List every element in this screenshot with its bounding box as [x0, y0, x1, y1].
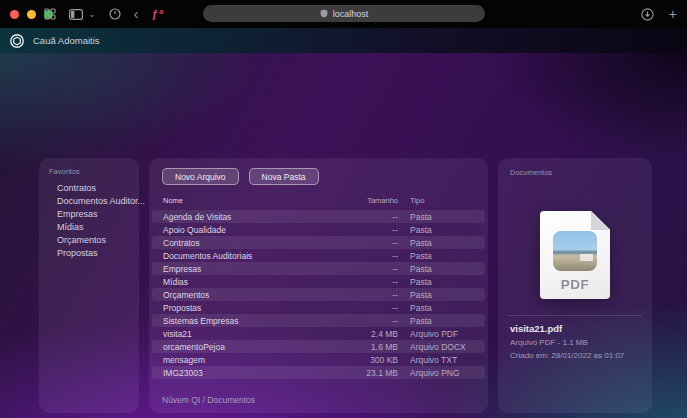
file-type: Arquivo TXT	[410, 355, 474, 365]
file-size: 23.1 MB	[340, 368, 398, 378]
sidebar-item[interactable]: Contratos	[49, 182, 129, 195]
chevron-down-icon[interactable]: ⌄	[88, 9, 96, 19]
file-size: 1.6 MB	[340, 342, 398, 352]
file-name: visita21	[163, 329, 328, 339]
back-icon[interactable]: ‹	[134, 6, 139, 21]
file-name: Propostas	[163, 303, 328, 313]
preview-title: Documentos	[510, 168, 640, 177]
file-size: --	[340, 277, 398, 287]
col-name: Nome	[163, 196, 328, 205]
file-name: mensagem	[163, 355, 328, 365]
browser-chrome: ⌄ ‹ ƒª localhost +	[0, 0, 687, 28]
preview-panel: Documentos PDF visita21.pdf Arquivo PDF …	[498, 158, 652, 413]
file-size: --	[340, 264, 398, 274]
sidebar-item[interactable]: Empresas	[49, 208, 129, 221]
file-size: --	[340, 225, 398, 235]
table-row[interactable]: Mídias -- Pasta	[152, 275, 485, 288]
user-name: Cauã Adomaitis	[33, 35, 100, 46]
col-size: Tamanho	[340, 196, 398, 205]
table-row[interactable]: Apoio Qualidade -- Pasta	[152, 223, 485, 236]
table-row[interactable]: Contratos -- Pasta	[152, 236, 485, 249]
file-type: Pasta	[410, 251, 474, 261]
preview-created-date: Criado em: 28/01/2022 as 01:07	[510, 351, 640, 360]
sidebar-item[interactable]: Documentos Auditor...	[49, 195, 129, 208]
file-type: Pasta	[410, 277, 474, 287]
col-type: Tipo	[410, 196, 474, 205]
file-type: Arquivo PDF	[410, 329, 474, 339]
sidebar-item[interactable]: Propostas	[49, 247, 129, 260]
table-row[interactable]: mensagem 300 KB Arquivo TXT	[152, 353, 485, 366]
file-size: --	[340, 212, 398, 222]
table-row[interactable]: Orçamentos -- Pasta	[152, 288, 485, 301]
app-header: Cauã Adomaitis	[0, 28, 687, 53]
table-row[interactable]: Agenda de Visitas -- Pasta	[152, 210, 485, 223]
file-type: Pasta	[410, 238, 474, 248]
page-background: Favoritos ContratosDocumentos Auditor...…	[0, 53, 687, 418]
new-file-button[interactable]: Novo Arquivo	[162, 168, 239, 185]
file-type: Pasta	[410, 316, 474, 326]
file-type: Pasta	[410, 264, 474, 274]
site-shield-icon	[320, 9, 328, 18]
file-browser-panel: Novo Arquivo Nova Pasta Nome Tamanho Tip…	[149, 158, 488, 413]
file-size: --	[340, 290, 398, 300]
file-size: --	[340, 316, 398, 326]
file-name: Orçamentos	[163, 290, 328, 300]
file-name: Documentos Auditoriais	[163, 251, 328, 261]
file-size: --	[340, 238, 398, 248]
file-table: Agenda de Visitas -- Pasta Apoio Qualida…	[152, 210, 485, 379]
file-type: Arquivo PNG	[410, 368, 474, 378]
sidebar-item[interactable]: Mídias	[49, 221, 129, 234]
app-window: ⌄ ‹ ƒª localhost + Cauã Adomaitis	[0, 0, 687, 418]
toolbar: Novo Arquivo Nova Pasta	[162, 168, 475, 185]
preview-file-name: visita21.pdf	[510, 323, 640, 334]
file-name: IMG23003	[163, 368, 328, 378]
divider	[508, 315, 642, 316]
file-name: Mídias	[163, 277, 328, 287]
file-name: Agenda de Visitas	[163, 212, 328, 222]
file-name: Sistemas Empresas	[163, 316, 328, 326]
new-tab-icon[interactable]: +	[669, 7, 677, 21]
table-row[interactable]: orcamentoPejoa 1.6 MB Arquivo DOCX	[152, 340, 485, 353]
file-size: --	[340, 251, 398, 261]
breadcrumb: Núvem QI / Documentos	[162, 395, 255, 405]
file-name: Apoio Qualidade	[163, 225, 328, 235]
file-size: 300 KB	[340, 355, 398, 365]
favorites-list: ContratosDocumentos Auditor...EmpresasMí…	[49, 182, 129, 260]
file-type: Pasta	[410, 303, 474, 313]
minimize-button[interactable]	[27, 10, 36, 19]
file-type: Arquivo DOCX	[410, 342, 474, 352]
favorites-sidebar: Favoritos ContratosDocumentos Auditor...…	[39, 158, 139, 413]
favorites-title: Favoritos	[49, 167, 129, 176]
new-folder-button[interactable]: Nova Pasta	[249, 168, 319, 185]
file-name: Empresas	[163, 264, 328, 274]
table-row[interactable]: Sistemas Empresas -- Pasta	[152, 314, 485, 327]
table-row[interactable]: IMG23003 23.1 MB Arquivo PNG	[152, 366, 485, 379]
file-size: --	[340, 303, 398, 313]
url-text: localhost	[333, 9, 369, 19]
tab-overview-icon[interactable]	[44, 8, 56, 20]
pdf-thumbnail	[553, 231, 597, 271]
table-row[interactable]: Documentos Auditoriais -- Pasta	[152, 249, 485, 262]
file-name: orcamentoPejoa	[163, 342, 328, 352]
table-header: Nome Tamanho Tipo	[152, 194, 485, 206]
address-bar[interactable]: localhost	[203, 5, 485, 22]
file-type: Pasta	[410, 225, 474, 235]
table-row[interactable]: visita21 2.4 MB Arquivo PDF	[152, 327, 485, 340]
clock-icon[interactable]	[109, 8, 121, 20]
file-type: Pasta	[410, 212, 474, 222]
app-logo-icon	[10, 34, 24, 48]
file-size: 2.4 MB	[340, 329, 398, 339]
file-name: Contratos	[163, 238, 328, 248]
sidebar-toggle-icon[interactable]	[69, 9, 83, 20]
app-favicon[interactable]: ƒª	[152, 8, 164, 20]
pdf-file-icon: PDF	[540, 211, 610, 299]
table-row[interactable]: Empresas -- Pasta	[152, 262, 485, 275]
file-type: Pasta	[410, 290, 474, 300]
sidebar-item[interactable]: Orçamentos	[49, 234, 129, 247]
table-row[interactable]: Propostas -- Pasta	[152, 301, 485, 314]
pdf-icon-label: PDF	[540, 277, 610, 292]
close-button[interactable]	[10, 10, 19, 19]
downloads-icon[interactable]	[641, 8, 654, 21]
preview-file-meta: Arquivo PDF - 1.1 MB	[510, 338, 640, 347]
page-fold	[591, 211, 610, 230]
